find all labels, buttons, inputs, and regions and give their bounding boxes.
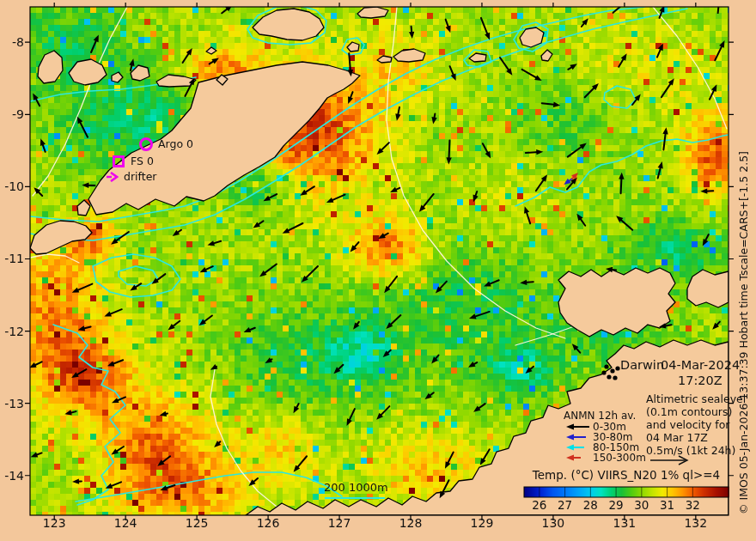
x-tick-label: 124 <box>114 517 137 530</box>
anmn-depth-label: 150-300m <box>593 453 646 464</box>
y-tick-label: -10 <box>4 180 24 193</box>
y-tick-label: -14 <box>4 469 24 482</box>
current-arrow-icon <box>565 453 589 462</box>
bathymetry-legend-label: 200 1000m <box>324 482 388 494</box>
argo-label: Argo 0 <box>158 138 193 149</box>
anmn-depth-row: 150-300m <box>565 453 646 464</box>
map-date: 04-Mar-2024 <box>661 359 740 372</box>
colorbar-tick-label: 28 <box>583 499 598 511</box>
x-tick-label: 130 <box>542 517 565 530</box>
y-tick-label: -11 <box>4 252 24 265</box>
x-tick-label: 127 <box>328 517 351 530</box>
colorbar-title: Temp. (°C) VIIRS_N20 1% ql>=4 <box>533 469 720 481</box>
colorbar-tick-label: 31 <box>660 499 674 511</box>
fs-label: FS 0 <box>131 155 154 167</box>
place-label-darwin: Darwin <box>620 359 664 372</box>
map-time: 17:20Z <box>678 374 722 387</box>
anmn-legend-title: ANMN 12h av. <box>564 410 636 422</box>
current-arrow-icon <box>565 433 589 441</box>
altimetric-text-line: 04 Mar 17Z <box>646 432 708 443</box>
sst-map-figure: 123124125126127128129130131132 -8-9-10-1… <box>0 0 756 541</box>
drifter-icon <box>107 172 119 182</box>
bathymetry-legend-line <box>325 497 385 499</box>
colorbar-tick-label: 30 <box>634 499 649 511</box>
altimetric-text-line: and velocity for <box>646 419 730 430</box>
argo-float-icon <box>139 137 153 151</box>
y-tick-label: -13 <box>4 397 24 410</box>
y-tick-label: -8 <box>12 36 24 49</box>
x-tick-label: 125 <box>186 517 209 530</box>
drifter-label: drifter <box>124 171 156 182</box>
credit-text: © IMOS 05-Jan-2026 13:37:39 Hobart time … <box>737 151 750 514</box>
x-tick-label: 123 <box>43 517 66 530</box>
colorbar-tick-label: 29 <box>609 499 624 511</box>
altimetric-text-line: (0.1m contours) <box>646 406 732 417</box>
current-arrow-icon <box>565 443 589 452</box>
x-tick-label: 129 <box>471 517 494 530</box>
y-tick-label: -9 <box>12 108 24 121</box>
x-tick-label: 126 <box>257 517 280 530</box>
altimetric-text-line: Altimetric sealevel <box>646 393 746 404</box>
y-tick-label: -12 <box>4 325 24 337</box>
colorbar-tick-label: 26 <box>532 499 546 511</box>
current-arrow-icon <box>565 422 589 431</box>
colorbar-tick-label: 32 <box>686 499 700 511</box>
fs-mooring-icon <box>113 155 125 167</box>
colorbar-tick-label: 27 <box>558 499 572 511</box>
x-tick-label: 132 <box>684 517 707 530</box>
velocity-scale-arrow <box>649 455 691 465</box>
x-tick-label: 128 <box>399 517 423 530</box>
x-tick-label: 131 <box>613 517 637 530</box>
